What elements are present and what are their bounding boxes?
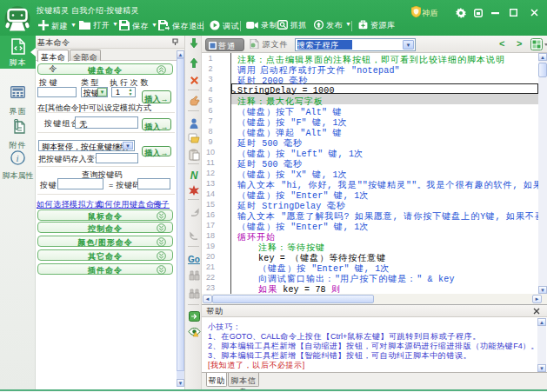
svg-text:i: i [16,153,19,163]
